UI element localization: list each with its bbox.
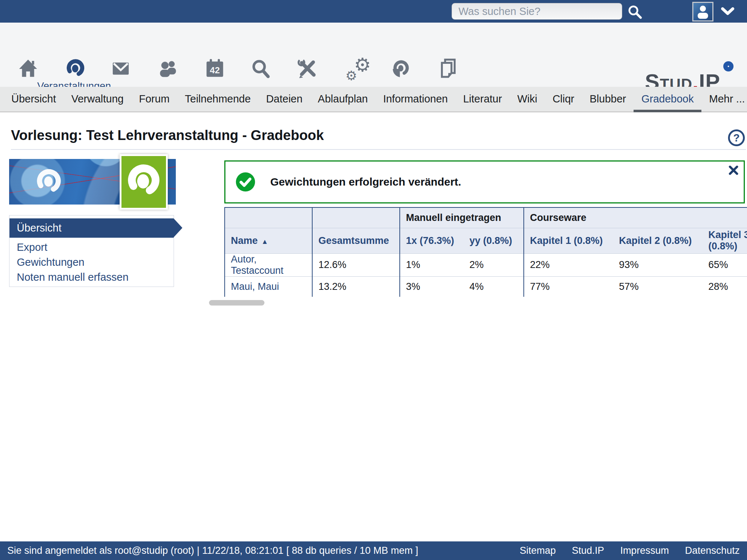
cell-1x: 1% — [400, 253, 464, 276]
close-icon[interactable] — [728, 165, 739, 175]
cell-gesamtsumme: 13.2% — [312, 276, 400, 297]
footer-link-datenschutz[interactable]: Datenschutz — [685, 545, 740, 556]
community-icon[interactable] — [158, 58, 178, 79]
footer-bar: Sie sind angemeldet als root@studip (roo… — [0, 541, 747, 560]
footer-links: Sitemap Stud.IP Impressum Datenschutz — [520, 541, 740, 560]
student-name-link[interactable]: Autor, Testaccount — [225, 253, 312, 276]
tab-blubber[interactable]: Blubber — [582, 87, 634, 112]
tab-wiki[interactable]: Wiki — [510, 87, 545, 112]
cell-1x: 3% — [400, 276, 464, 297]
column-header-kapitel3: Kapitel 3 (0.8%) — [703, 228, 747, 253]
search-icon[interactable] — [627, 4, 643, 20]
courses-icon[interactable] — [65, 58, 86, 79]
sidebar-item-export[interactable]: Export — [9, 240, 174, 255]
cell-gesamtsumme: 12.6% — [312, 253, 400, 276]
course-avatar-mark-icon — [125, 160, 163, 203]
cell-kapitel2: 57% — [613, 276, 703, 297]
tab-uebersicht[interactable]: Übersicht — [4, 87, 64, 112]
title-divider — [11, 149, 746, 150]
tab-dateien[interactable]: Dateien — [258, 87, 310, 112]
main-toolbar: 42 ⚙⚙ Veranstaltungen Stud.IP — [0, 23, 747, 87]
horizontal-scrollbar-thumb[interactable] — [209, 300, 264, 306]
calendar-icon[interactable]: 42 — [205, 58, 225, 79]
help-icon[interactable]: ? — [728, 129, 745, 146]
tab-gradebook[interactable]: Gradebook — [634, 87, 701, 112]
top-bar — [0, 0, 747, 23]
studip-mark-icon — [34, 167, 64, 197]
footer-link-studip[interactable]: Stud.IP — [572, 545, 604, 556]
cell-yy: 2% — [464, 253, 524, 276]
group-header-empty — [312, 207, 400, 228]
group-header-manuell: Manuell eingetragen — [400, 207, 524, 228]
group-header-empty — [225, 207, 312, 228]
tab-mehr[interactable]: Mehr ... — [701, 87, 747, 112]
cell-kapitel1: 77% — [524, 276, 613, 297]
sort-asc-icon: ▲ — [262, 238, 268, 245]
column-header-kapitel1: Kapitel 1 (0.8%) — [524, 228, 613, 253]
cell-kapitel2: 93% — [613, 253, 703, 276]
cell-kapitel3: 65% — [703, 253, 747, 276]
group-header-courseware: Courseware — [524, 207, 747, 228]
student-name-link[interactable]: Maui, Maui — [225, 276, 312, 297]
mail-icon[interactable] — [111, 58, 131, 79]
column-header-1x: 1x (76.3%) — [400, 228, 464, 253]
course-avatar — [120, 154, 168, 210]
pages-icon[interactable] — [438, 58, 458, 79]
column-header-gesamtsumme: Gesamtsumme — [312, 228, 400, 253]
search-toolbar-icon[interactable] — [250, 58, 271, 79]
table-row: Autor, Testaccount 12.6% 1% 2% 22% 93% 6… — [225, 253, 747, 276]
tab-literatur[interactable]: Literatur — [456, 87, 510, 112]
column-header-yy: yy (0.8%) — [464, 228, 524, 253]
tab-teilnehmende[interactable]: Teilnehmende — [177, 87, 259, 112]
tools-icon[interactable] — [297, 58, 318, 79]
login-status-text: Sie sind angemeldet als root@studip (roo… — [7, 541, 418, 560]
gradebook-table: Manuell eingetragen Courseware Name▲ Ges… — [224, 207, 747, 297]
avatar[interactable] — [692, 2, 713, 22]
table-row: Maui, Maui 13.2% 3% 4% 77% 57% 28% — [225, 276, 747, 297]
admin-gears-icon[interactable]: ⚙⚙ — [345, 56, 371, 80]
alert-message: Gewichtungen erfolgreich verändert. — [270, 176, 461, 188]
course-tab-nav: Übersicht Verwaltung Forum Teilnehmende … — [0, 87, 747, 112]
sidebar-navigation: Übersicht Export Gewichtungen Noten manu… — [9, 215, 174, 287]
chevron-down-icon[interactable] — [721, 7, 735, 16]
cell-kapitel3: 28% — [703, 276, 747, 297]
resources-icon[interactable] — [390, 58, 411, 79]
check-circle-icon — [235, 172, 256, 192]
column-header-kapitel2: Kapitel 2 (0.8%) — [613, 228, 703, 253]
home-icon[interactable] — [18, 58, 38, 79]
footer-link-sitemap[interactable]: Sitemap — [520, 545, 556, 556]
tab-ablaufplan[interactable]: Ablaufplan — [310, 87, 375, 112]
gradebook-table-container: Manuell eingetragen Courseware Name▲ Ges… — [224, 207, 747, 297]
tab-cliqr[interactable]: Cliqr — [545, 87, 582, 112]
sidebar-item-uebersicht[interactable]: Übersicht — [9, 218, 174, 238]
column-header-name[interactable]: Name▲ — [225, 228, 312, 253]
sidebar-item-noten-manuell-erfassen[interactable]: Noten manuell erfassen — [9, 270, 174, 285]
footer-link-impressum[interactable]: Impressum — [620, 545, 669, 556]
tab-verwaltung[interactable]: Verwaltung — [64, 87, 132, 112]
search-input[interactable] — [452, 3, 622, 20]
page-title: Vorlesung: Test Lehrveranstaltung - Grad… — [11, 128, 324, 143]
sidebar-item-gewichtungen[interactable]: Gewichtungen — [9, 255, 174, 270]
tab-forum[interactable]: Forum — [131, 87, 177, 112]
logo-ring-icon — [723, 61, 734, 71]
cell-kapitel1: 22% — [524, 253, 613, 276]
tab-informationen[interactable]: Informationen — [375, 87, 455, 112]
success-alert: Gewichtungen erfolgreich verändert. — [224, 160, 745, 203]
calendar-number: 42 — [210, 65, 220, 75]
cell-yy: 4% — [464, 276, 524, 297]
